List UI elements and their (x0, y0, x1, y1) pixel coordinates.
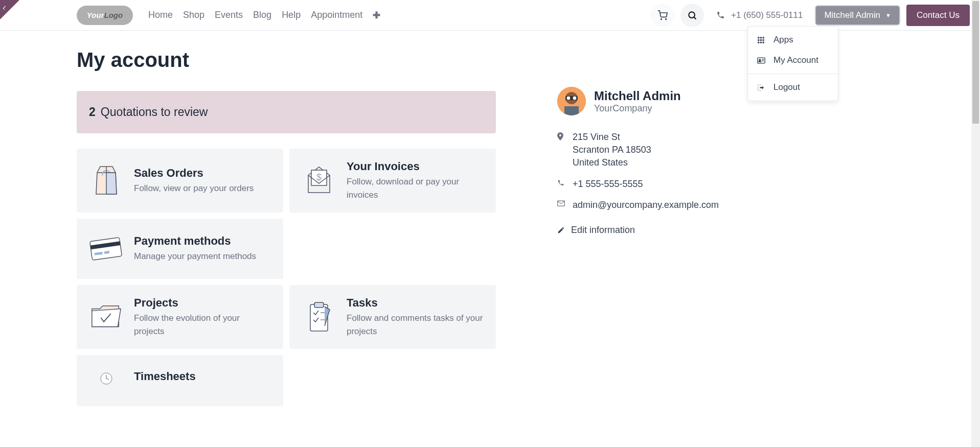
profile-company: YourCompany (594, 103, 681, 114)
cart-button[interactable] (651, 4, 674, 27)
card-tasks-desc: Follow and comments tasks of your projec… (347, 312, 484, 338)
card-timesheets-title: Timesheets (134, 370, 271, 383)
scrollbar-thumb[interactable] (972, 1, 979, 124)
dropdown-my-account[interactable]: My Account (748, 50, 838, 70)
svg-rect-9 (763, 39, 764, 40)
logo-text-2: Logo (104, 11, 123, 19)
card-tasks-title: Tasks (347, 296, 484, 310)
nav-help[interactable]: Help (282, 10, 301, 20)
vertical-scrollbar[interactable] (971, 0, 980, 447)
apps-grid-icon (757, 36, 766, 44)
card-payment-methods[interactable]: Payment methods Manage your payment meth… (77, 219, 283, 279)
caret-down-icon: ▼ (885, 12, 891, 18)
profile-address: 215 Vine St Scranton PA 18503 United Sta… (557, 131, 721, 170)
page-ribbon[interactable] (0, 0, 19, 19)
card-invoices[interactable]: $ Your Invoices Follow, download or pay … (289, 149, 496, 213)
svg-point-1 (666, 18, 667, 19)
pencil-icon (557, 226, 565, 234)
card-invoices-desc: Follow, download or pay your invoices (347, 175, 484, 201)
nav-events[interactable]: Events (215, 10, 243, 20)
address-line-2: Scranton PA 18503 (573, 144, 651, 156)
nav-home[interactable]: Home (148, 10, 173, 20)
contact-us-button[interactable]: Contact Us (906, 5, 970, 26)
map-pin-icon (557, 132, 565, 140)
clipboard-tasks-icon (302, 300, 336, 335)
dropdown-account-label: My Account (773, 55, 818, 65)
svg-point-2 (689, 12, 695, 18)
nav-blog[interactable]: Blog (253, 10, 271, 20)
svg-rect-8 (760, 39, 762, 40)
edit-link-text: Edit information (571, 225, 635, 236)
page-title: My account (77, 49, 496, 72)
profile-email: admin@yourcompany.example.com (557, 199, 721, 211)
invoice-envelope-icon: $ (302, 163, 336, 198)
svg-rect-7 (758, 39, 759, 40)
header-phone-text: +1 (650) 555-0111 (731, 10, 803, 20)
svg-text:$: $ (316, 172, 322, 182)
address-line-3: United States (573, 156, 651, 169)
card-sales-title: Sales Orders (134, 167, 271, 180)
svg-rect-10 (758, 41, 759, 43)
search-button[interactable] (680, 4, 704, 27)
shopping-bag-icon (89, 163, 124, 198)
dropdown-apps-label: Apps (773, 35, 793, 45)
header-phone: +1 (650) 555-0111 (716, 10, 803, 20)
quotations-alert[interactable]: 2Quotations to review (77, 91, 496, 133)
site-logo[interactable]: YourLogo (77, 6, 133, 25)
svg-rect-6 (763, 37, 764, 38)
nav-add-icon[interactable]: ✚ (373, 10, 380, 21)
svg-point-32 (566, 96, 571, 100)
profile-header: Mitchell Admin YourCompany (557, 87, 721, 115)
main-nav: Home Shop Events Blog Help Appointment ✚ (148, 10, 380, 21)
dropdown-divider (748, 74, 838, 74)
dropdown-apps[interactable]: Apps (748, 30, 838, 50)
svg-rect-12 (763, 41, 764, 43)
profile-sidebar: Mitchell Admin YourCompany 215 Vine St S… (557, 49, 721, 406)
avatar (557, 87, 586, 115)
logo-text-1: Your (87, 11, 104, 19)
credit-card-icon (89, 231, 124, 266)
card-sales-orders[interactable]: Sales Orders Follow, view or pay your or… (77, 149, 283, 213)
card-timesheets[interactable]: Timesheets (77, 355, 283, 406)
phone-icon (716, 11, 725, 19)
cart-icon (657, 10, 668, 20)
card-invoices-title: Your Invoices (347, 160, 484, 173)
phone-small-icon (557, 179, 565, 186)
card-payment-title: Payment methods (134, 234, 271, 248)
address-line-1: 215 Vine St (573, 131, 651, 144)
svg-rect-5 (760, 37, 762, 38)
svg-line-3 (694, 17, 696, 19)
dropdown-logout-label: Logout (773, 82, 800, 92)
alert-text: Quotations to review (101, 105, 208, 119)
edit-information-link[interactable]: Edit information (557, 225, 721, 236)
svg-rect-23 (314, 302, 324, 308)
logout-icon (757, 84, 766, 91)
card-tasks[interactable]: Tasks Follow and comments tasks of your … (289, 285, 496, 349)
card-projects-desc: Follow the evolution of your projects (134, 312, 271, 338)
svg-point-33 (573, 96, 577, 100)
profile-email-text: admin@yourcompany.example.com (573, 199, 719, 211)
user-menu-button[interactable]: Mitchell Admin ▼ (815, 5, 900, 26)
svg-rect-4 (758, 37, 759, 38)
card-sales-desc: Follow, view or pay your orders (134, 182, 271, 195)
profile-name: Mitchell Admin (594, 89, 681, 103)
alert-count: 2 (89, 105, 96, 119)
profile-phone: +1 555-555-5555 (557, 178, 721, 191)
svg-point-0 (661, 18, 662, 19)
svg-rect-34 (564, 106, 579, 115)
folder-check-icon (89, 300, 124, 335)
nav-shop[interactable]: Shop (183, 10, 204, 20)
svg-rect-11 (760, 41, 762, 43)
card-projects-title: Projects (134, 296, 271, 310)
profile-phone-text: +1 555-555-5555 (573, 178, 643, 191)
svg-point-14 (759, 59, 761, 61)
user-dropdown-menu: Apps My Account Logout (747, 26, 838, 101)
user-menu-label: Mitchell Admin (824, 10, 880, 20)
id-card-icon (757, 57, 766, 64)
dropdown-logout[interactable]: Logout (748, 77, 838, 98)
card-projects[interactable]: Projects Follow the evolution of your pr… (77, 285, 283, 349)
timesheet-icon (89, 360, 124, 395)
card-payment-desc: Manage your payment methods (134, 250, 271, 263)
search-icon (687, 10, 697, 20)
nav-appointment[interactable]: Appointment (311, 10, 362, 20)
